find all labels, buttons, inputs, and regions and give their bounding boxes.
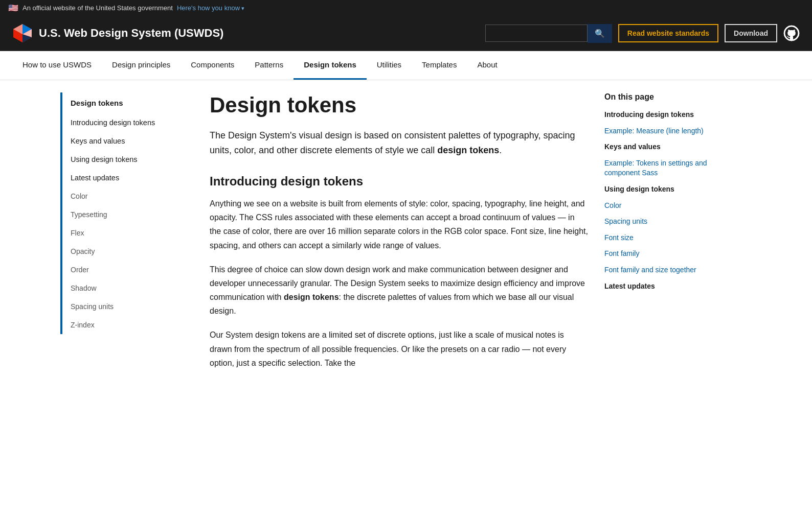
on-this-page-link-font-family[interactable]: Font family: [604, 249, 717, 259]
on-this-page: On this page Introducing design tokens E…: [604, 92, 717, 380]
github-icon[interactable]: [783, 25, 800, 41]
page-title: Design tokens: [210, 92, 588, 118]
gov-banner-link[interactable]: Here's how you know: [177, 4, 244, 12]
sidebar-link-spacing-units[interactable]: Spacing units: [62, 297, 193, 316]
page-container: Design tokens Introducing design tokens …: [48, 80, 764, 401]
sidebar-nav: Design tokens Introducing design tokens …: [60, 92, 193, 334]
on-this-page-list: Introducing design tokens Example: Measu…: [604, 110, 717, 291]
on-this-page-item-example-tokens: Example: Tokens in settings and componen…: [604, 158, 717, 178]
sidebar-item-spacing-units: Spacing units: [62, 297, 193, 316]
nav-item-design-tokens: Design tokens: [294, 51, 367, 80]
flag-icon: 🇺🇸: [8, 3, 18, 13]
nav-item-patterns: Patterns: [244, 51, 294, 80]
nav-link-components[interactable]: Components: [181, 51, 244, 80]
on-this-page-link-latest[interactable]: Latest updates: [604, 281, 717, 292]
sidebar-link-using[interactable]: Using design tokens: [62, 150, 193, 169]
para3: Our System design tokens are a limited s…: [210, 328, 588, 370]
sidebar-item-typesetting: Typesetting: [62, 205, 193, 224]
on-this-page-item-font-family: Font family: [604, 249, 717, 259]
sidebar-item-opacity: Opacity: [62, 242, 193, 261]
on-this-page-heading: On this page: [604, 92, 717, 102]
sidebar-link-order[interactable]: Order: [62, 261, 193, 279]
nav-link-utilities[interactable]: Utilities: [367, 51, 412, 80]
on-this-page-item-color: Color: [604, 201, 717, 211]
para2-highlight: design tokens: [284, 293, 339, 301]
nav-link-about[interactable]: About: [467, 51, 507, 80]
on-this-page-link-using[interactable]: Using design tokens: [604, 184, 717, 195]
on-this-page-item-using: Using design tokens: [604, 184, 717, 195]
sidebar-item-keys-values: Keys and values: [62, 132, 193, 150]
sidebar-link-introducing[interactable]: Introducing design tokens: [62, 113, 193, 132]
sidebar-item-z-index: Z-index: [62, 316, 193, 334]
sidebar-link-opacity[interactable]: Opacity: [62, 242, 193, 261]
on-this-page-item-measure: Example: Measure (line length): [604, 126, 717, 136]
on-this-page-link-font-family-size[interactable]: Font family and size together: [604, 265, 717, 275]
nav-item-templates: Templates: [412, 51, 467, 80]
site-header: U.S. Web Design System (USWDS) 🔍 Read we…: [0, 16, 812, 51]
sidebar-link-shadow[interactable]: Shadow: [62, 279, 193, 297]
sidebar-item-latest-updates: Latest updates: [62, 169, 193, 187]
on-this-page-item-spacing: Spacing units: [604, 217, 717, 227]
on-this-page-link-spacing[interactable]: Spacing units: [604, 217, 717, 227]
on-this-page-link-color[interactable]: Color: [604, 201, 717, 211]
search-input[interactable]: [485, 25, 588, 42]
nav-list: How to use USWDS Design principles Compo…: [12, 51, 800, 80]
sidebar-item-design-tokens: Design tokens: [62, 92, 193, 113]
on-this-page-link-keys[interactable]: Keys and values: [604, 142, 717, 152]
sidebar: Design tokens Introducing design tokens …: [60, 92, 193, 380]
sidebar-item-introducing: Introducing design tokens: [62, 113, 193, 132]
uswds-logo-icon: [12, 23, 33, 43]
header-right: 🔍 Read website standards Download: [485, 24, 800, 43]
sidebar-link-color[interactable]: Color: [62, 187, 193, 205]
sidebar-link-latest-updates[interactable]: Latest updates: [62, 169, 193, 187]
nav-item-about: About: [467, 51, 507, 80]
on-this-page-item-font-size: Font size: [604, 233, 717, 243]
nav-link-templates[interactable]: Templates: [412, 51, 467, 80]
sidebar-link-flex[interactable]: Flex: [62, 224, 193, 242]
section1-title: Introducing design tokens: [210, 174, 588, 189]
sidebar-item-color: Color: [62, 187, 193, 205]
sidebar-link-z-index[interactable]: Z-index: [62, 316, 193, 334]
sidebar-item-using: Using design tokens: [62, 150, 193, 169]
site-logo[interactable]: U.S. Web Design System (USWDS): [12, 23, 223, 43]
on-this-page-item-latest: Latest updates: [604, 281, 717, 292]
nav-link-design-principles[interactable]: Design principles: [102, 51, 181, 80]
sidebar-list: Design tokens Introducing design tokens …: [62, 92, 193, 334]
main-content: Design tokens The Design System's visual…: [210, 92, 588, 380]
gov-banner: 🇺🇸 An official website of the United Sta…: [0, 0, 812, 16]
on-this-page-link-measure[interactable]: Example: Measure (line length): [604, 126, 717, 136]
nav-item-components: Components: [181, 51, 244, 80]
search-button[interactable]: 🔍: [588, 24, 612, 43]
page-intro: The Design System's visual design is bas…: [210, 128, 588, 158]
search-icon: 🔍: [595, 29, 605, 38]
search-container: 🔍: [485, 24, 612, 43]
nav-item-utilities: Utilities: [367, 51, 412, 80]
nav-item-design-principles: Design principles: [102, 51, 181, 80]
read-standards-button[interactable]: Read website standards: [618, 24, 718, 42]
on-this-page-item-keys: Keys and values: [604, 142, 717, 152]
nav-link-how-to-use[interactable]: How to use USWDS: [12, 51, 102, 80]
on-this-page-item-font-family-size: Font family and size together: [604, 265, 717, 275]
nav-link-patterns[interactable]: Patterns: [244, 51, 294, 80]
gov-banner-text: An official website of the United States…: [22, 4, 173, 12]
download-button[interactable]: Download: [725, 24, 777, 42]
on-this-page-item-introducing: Introducing design tokens: [604, 110, 717, 120]
sidebar-item-flex: Flex: [62, 224, 193, 242]
nav-link-design-tokens[interactable]: Design tokens: [294, 51, 367, 80]
intro-highlight: design tokens: [437, 145, 499, 155]
para1: Anything we see on a website is built fr…: [210, 197, 588, 252]
sidebar-link-typesetting[interactable]: Typesetting: [62, 205, 193, 224]
sidebar-link-keys-values[interactable]: Keys and values: [62, 132, 193, 150]
para2: This degree of choice can slow down desi…: [210, 263, 588, 318]
sidebar-link-design-tokens[interactable]: Design tokens: [62, 92, 193, 113]
sidebar-item-shadow: Shadow: [62, 279, 193, 297]
on-this-page-link-font-size[interactable]: Font size: [604, 233, 717, 243]
on-this-page-link-introducing[interactable]: Introducing design tokens: [604, 110, 717, 120]
on-this-page-link-example-tokens[interactable]: Example: Tokens in settings and componen…: [604, 158, 717, 178]
site-title: U.S. Web Design System (USWDS): [39, 27, 223, 40]
nav-item-how-to-use: How to use USWDS: [12, 51, 102, 80]
main-nav: How to use USWDS Design principles Compo…: [0, 51, 812, 80]
sidebar-item-order: Order: [62, 261, 193, 279]
